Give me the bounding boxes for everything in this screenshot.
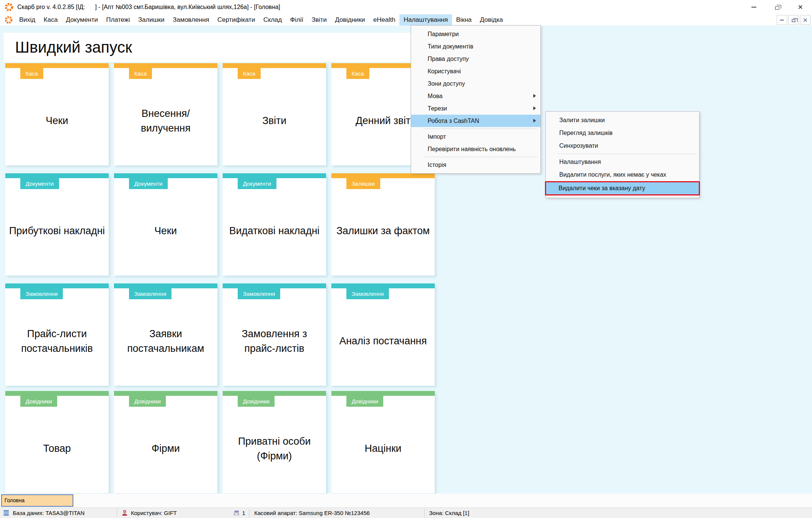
menu-item-sertyfikaty[interactable]: Сертифікати bbox=[213, 14, 259, 26]
tile-dovidnyky-nacinky[interactable]: Довідники Націнки bbox=[331, 391, 435, 493]
menu-item-sklad[interactable]: Склад bbox=[259, 14, 286, 26]
tile-label: Видаткові накладні bbox=[223, 173, 326, 276]
settings-item-korystuvachi[interactable]: Користувачі bbox=[411, 65, 540, 77]
register-label: Касовий апарат: Samsung ER-350 №123456 bbox=[254, 510, 370, 516]
tile-zalyshky-za-faktom[interactable]: Залишки Залишки за фактом bbox=[331, 173, 435, 276]
tile-label: Прибуткові накладні bbox=[5, 173, 109, 276]
settings-item-import[interactable]: Імпорт bbox=[411, 130, 540, 143]
menu-bar: Вихід Каса Документи Платежі Залишки Зам… bbox=[0, 14, 812, 26]
tile-label: Заявки постачальникам bbox=[114, 283, 217, 386]
tile-label: Внесення/вилучення bbox=[114, 63, 217, 165]
submenu-arrow-icon bbox=[533, 119, 536, 123]
title-bar: Скарб pro v. 4.0.2.85 [ІД: ] - [Апт №003… bbox=[0, 0, 812, 14]
tile-dovidnyky-tovar[interactable]: Довідники Товар bbox=[5, 391, 109, 493]
tile-dovidnyky-pryvatni-osoby[interactable]: Довідники Приватні особи (Фірми) bbox=[223, 391, 326, 493]
cashtan-item-vydalyty-cheky-za-datu[interactable]: Видалити чеки за вказану дату bbox=[545, 181, 700, 195]
settings-item-terezy[interactable]: Терези bbox=[411, 102, 540, 115]
tile-zamovlennia-analiz[interactable]: Замовлення Аналіз постачання bbox=[331, 283, 435, 386]
restore-button[interactable] bbox=[765, 0, 789, 14]
tile-zamovlennia-zaiavky[interactable]: Замовлення Заявки постачальникам bbox=[114, 283, 217, 386]
settings-item-istoriia[interactable]: Історія bbox=[411, 159, 540, 171]
settings-item-label: Робота з CashTAN bbox=[428, 118, 479, 124]
menu-item-platezhi[interactable]: Платежі bbox=[102, 14, 134, 26]
settings-item-mova[interactable]: Мова bbox=[411, 90, 540, 102]
tile-label: Прайс-листи постачальників bbox=[5, 283, 109, 386]
settings-menu: Параметри Типи документів Права доступу … bbox=[411, 25, 541, 174]
mdi-restore-button[interactable] bbox=[788, 15, 799, 25]
mdi-close-button[interactable]: ✕ bbox=[800, 15, 810, 25]
tile-label: Націнки bbox=[331, 391, 435, 493]
settings-item-perevirka-onovlen[interactable]: Перевірити наявність оновлень bbox=[411, 143, 540, 155]
tab-holovna[interactable]: Головна bbox=[1, 494, 73, 507]
mdi-window-controls: ✕ bbox=[777, 14, 812, 26]
settings-item-robota-z-cashtan[interactable]: Робота з CashTAN bbox=[411, 115, 540, 127]
page-title: Швидкий запуск bbox=[15, 38, 132, 56]
minimize-icon bbox=[780, 20, 784, 21]
status-register: Касовий апарат: Samsung ER-350 №123456 bbox=[249, 508, 424, 518]
close-button[interactable]: ✕ bbox=[789, 0, 812, 14]
tile-label: Чеки bbox=[5, 63, 109, 165]
tile-zamovlennia-z-price-lystiv[interactable]: Замовлення Замовлення з прайс-листів bbox=[223, 283, 326, 386]
menu-item-filii[interactable]: Філії bbox=[286, 14, 307, 26]
window-title: Скарб pro v. 4.0.2.85 [ІД: ] - [Апт №003… bbox=[17, 4, 280, 11]
status-database: База даних: TASA3@TITAN bbox=[0, 508, 117, 518]
settings-item-label: Терези bbox=[428, 105, 447, 112]
user-label: Користувач: GIFT bbox=[131, 510, 177, 516]
tile-label: Фірми bbox=[114, 391, 217, 493]
tile-kasa-vnesennia[interactable]: Каса Внесення/вилучення bbox=[114, 63, 217, 165]
menu-item-vyhid[interactable]: Вихід bbox=[15, 14, 39, 26]
tile-dokumenty-cheky[interactable]: Документи Чеки bbox=[114, 173, 217, 276]
cash-register-icon bbox=[233, 510, 240, 516]
cashtan-item-perehliad-zalyshkiv[interactable]: Перегляд залишків bbox=[546, 127, 699, 139]
app-logo-icon bbox=[5, 3, 14, 12]
tile-label: Товар bbox=[5, 391, 109, 493]
menu-item-kasa[interactable]: Каса bbox=[39, 14, 62, 26]
minimize-icon bbox=[751, 7, 756, 8]
menu-separator bbox=[423, 129, 537, 129]
database-label: База даних: TASA3@TITAN bbox=[13, 510, 85, 516]
tile-label: Замовлення з прайс-листів bbox=[223, 283, 326, 386]
user-icon bbox=[121, 510, 128, 516]
menu-item-vikna[interactable]: Вікна bbox=[452, 14, 476, 26]
restore-icon bbox=[792, 19, 795, 22]
settings-item-parametry[interactable]: Параметри bbox=[411, 28, 540, 40]
tile-dovidnyky-firmy[interactable]: Довідники Фірми bbox=[114, 391, 217, 493]
database-icon bbox=[3, 510, 9, 516]
app-logo-icon-small bbox=[5, 16, 13, 24]
cashtan-item-zalyty-zalyshky[interactable]: Залити залишки bbox=[546, 114, 699, 127]
menu-item-zalyshky[interactable]: Залишки bbox=[134, 14, 169, 26]
tile-zamovlennia-price-lysty[interactable]: Замовлення Прайс-листи постачальників bbox=[5, 283, 109, 386]
register-count: 1 bbox=[242, 510, 245, 516]
cashtan-item-vydalyty-posluhy[interactable]: Видалити послуги, яких немає у чеках bbox=[546, 168, 699, 181]
cashtan-item-synkhrozuvaty[interactable]: Синхрозувати bbox=[546, 139, 699, 152]
window-controls: ✕ bbox=[742, 0, 812, 14]
cashtan-item-nalashtuvannia[interactable]: Налаштування bbox=[546, 156, 699, 168]
menu-separator bbox=[558, 154, 696, 154]
tile-label: Звіти bbox=[223, 63, 326, 165]
menu-item-nalashtuvannia[interactable]: Налаштування bbox=[399, 14, 452, 26]
quick-launch-header: Швидкий запуск bbox=[4, 33, 412, 62]
tile-kasa-zvity[interactable]: Каса Звіти bbox=[223, 63, 326, 165]
settings-item-typy-dokumentiv[interactable]: Типи документів bbox=[411, 40, 540, 53]
menu-item-zamovlennia[interactable]: Замовлення bbox=[168, 14, 213, 26]
menu-item-ehealth[interactable]: eHealth bbox=[369, 14, 400, 26]
tile-label: Чеки bbox=[114, 173, 217, 276]
submenu-arrow-icon bbox=[533, 106, 536, 110]
close-icon: ✕ bbox=[803, 17, 808, 23]
status-bar: База даних: TASA3@TITAN Користувач: GIFT… bbox=[0, 507, 812, 518]
settings-item-prava-dostupu[interactable]: Права доступу bbox=[411, 53, 540, 65]
tile-dokumenty-vydatkovi[interactable]: Документи Видаткові накладні bbox=[223, 173, 326, 276]
tile-dokumenty-prybutkovi[interactable]: Документи Прибуткові накладні bbox=[5, 173, 109, 276]
menu-item-zvity[interactable]: Звіти bbox=[307, 14, 331, 26]
tile-label: Аналіз постачання bbox=[331, 283, 435, 386]
menu-item-dovidnyky[interactable]: Довідники bbox=[331, 14, 369, 26]
cashtan-submenu: Залити залишки Перегляд залишків Синхроз… bbox=[545, 111, 700, 198]
menu-item-dovidka[interactable]: Довідка bbox=[476, 14, 507, 26]
settings-item-zony-dostupu[interactable]: Зони доступу bbox=[411, 77, 540, 90]
tab-strip: Головна bbox=[0, 494, 812, 507]
mdi-minimize-button[interactable] bbox=[777, 15, 787, 25]
menu-item-dokumenty[interactable]: Документи bbox=[62, 14, 102, 26]
tile-kasa-cheky[interactable]: Каса Чеки bbox=[5, 63, 109, 165]
minimize-button[interactable] bbox=[742, 0, 765, 14]
restore-icon bbox=[775, 6, 779, 10]
